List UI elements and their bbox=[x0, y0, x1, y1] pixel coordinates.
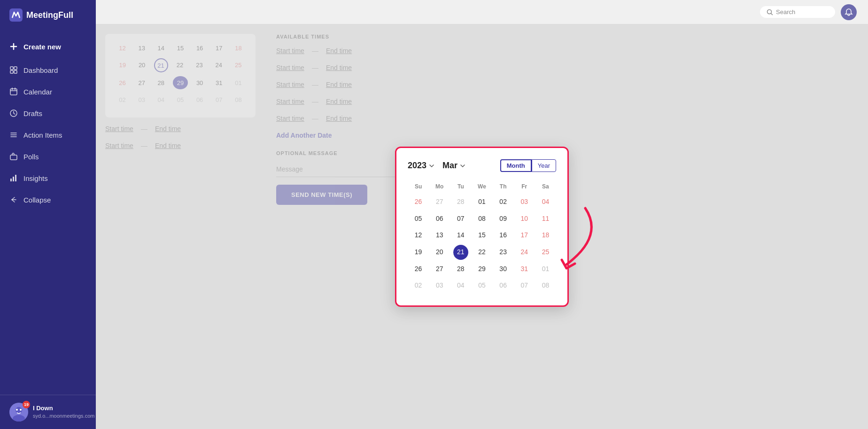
nav-menu: Create new Dashboard Calendar bbox=[0, 30, 96, 395]
svg-point-14 bbox=[16, 409, 18, 411]
cal-day[interactable]: 10 bbox=[514, 211, 535, 227]
cal-day[interactable]: 19 bbox=[408, 244, 429, 261]
cal-day[interactable]: 07 bbox=[450, 211, 471, 227]
cal-day[interactable]: 03 bbox=[514, 194, 535, 211]
cal-day[interactable]: 06 bbox=[493, 277, 514, 294]
sidebar-item-calendar[interactable]: Calendar bbox=[0, 81, 96, 102]
cal-day[interactable]: 08 bbox=[471, 211, 492, 227]
search-bar[interactable]: Search bbox=[760, 6, 835, 18]
cal-day[interactable]: 25 bbox=[535, 244, 556, 261]
cal-day[interactable]: 27 bbox=[429, 194, 450, 211]
cal-day[interactable]: 11 bbox=[535, 211, 556, 227]
cal-day[interactable]: 14 bbox=[450, 227, 471, 244]
bell-icon bbox=[845, 8, 853, 16]
weekday-labels: Su Mo Tu We Th Fr Sa bbox=[408, 181, 556, 192]
svg-rect-9 bbox=[13, 177, 14, 181]
weekday-su: Su bbox=[408, 181, 429, 192]
cal-day[interactable]: 05 bbox=[408, 211, 429, 227]
cal-day[interactable]: 28 bbox=[450, 261, 471, 278]
year-selector[interactable]: 2023 bbox=[408, 161, 435, 171]
cal-day[interactable]: 06 bbox=[429, 211, 450, 227]
cal-day[interactable]: 03 bbox=[429, 277, 450, 294]
collapse-label: Collapse bbox=[23, 196, 51, 204]
user-profile[interactable]: 19 I Down syd.o...moonmeetings.com bbox=[9, 403, 86, 421]
cal-day[interactable]: 13 bbox=[429, 227, 450, 244]
notification-bell[interactable] bbox=[841, 4, 857, 20]
chevron-down-icon-month bbox=[459, 163, 466, 169]
cal-day[interactable]: 22 bbox=[471, 244, 492, 261]
cal-day[interactable]: 17 bbox=[514, 227, 535, 244]
cal-day[interactable]: 09 bbox=[493, 211, 514, 227]
month-selector[interactable]: Mar bbox=[442, 161, 466, 171]
create-new-label: Create new bbox=[23, 43, 61, 51]
cal-day[interactable]: 01 bbox=[471, 194, 492, 211]
cal-day[interactable]: 24 bbox=[514, 244, 535, 261]
weekday-sa: Sa bbox=[535, 181, 556, 192]
weekday-tu: Tu bbox=[450, 181, 471, 192]
cal-day[interactable]: 05 bbox=[471, 277, 492, 294]
sidebar-item-create-new[interactable]: Create new bbox=[0, 34, 96, 59]
cal-day[interactable]: 28 bbox=[450, 194, 471, 211]
avatar-wrap: 19 bbox=[9, 403, 28, 421]
dashboard-label: Dashboard bbox=[23, 66, 58, 74]
svg-rect-7 bbox=[10, 155, 17, 160]
user-info: I Down syd.o...moonmeetings.com bbox=[33, 405, 94, 419]
sidebar-item-drafts[interactable]: Drafts bbox=[0, 102, 96, 124]
insights-label: Insights bbox=[23, 174, 48, 182]
svg-rect-8 bbox=[10, 179, 12, 181]
cal-day[interactable]: 26 bbox=[408, 261, 429, 278]
cal-day[interactable]: 26 bbox=[408, 194, 429, 211]
weekday-fr: Fr bbox=[514, 181, 535, 192]
year-value: 2023 bbox=[408, 161, 426, 171]
modal-cal-header: 2023 Mar Month Year bbox=[408, 159, 556, 172]
cal-day[interactable]: 27 bbox=[429, 261, 450, 278]
cal-day[interactable]: 07 bbox=[514, 277, 535, 294]
year-view-btn[interactable]: Year bbox=[532, 159, 556, 172]
modal-calendar[interactable]: 2023 Mar Month Year bbox=[395, 147, 569, 307]
app-name: MeetingFull bbox=[26, 10, 73, 20]
svg-rect-1 bbox=[10, 67, 13, 70]
briefcase-icon bbox=[9, 152, 18, 161]
weekday-mo: Mo bbox=[429, 181, 450, 192]
notification-count: 19 bbox=[23, 401, 30, 408]
sidebar-item-dashboard[interactable]: Dashboard bbox=[0, 59, 96, 81]
month-value: Mar bbox=[442, 161, 457, 171]
search-icon bbox=[767, 9, 773, 16]
cal-day[interactable]: 18 bbox=[535, 227, 556, 244]
sidebar-item-polls[interactable]: Polls bbox=[0, 146, 96, 167]
cal-day[interactable]: 20 bbox=[429, 244, 450, 261]
arrow-left-icon bbox=[9, 195, 18, 204]
cal-day[interactable]: 02 bbox=[493, 194, 514, 211]
clock-icon bbox=[9, 109, 18, 117]
cal-day[interactable]: 02 bbox=[408, 277, 429, 294]
cal-day[interactable]: 15 bbox=[471, 227, 492, 244]
cal-day[interactable]: 30 bbox=[493, 261, 514, 278]
sidebar-item-action-items[interactable]: Action Items bbox=[0, 124, 96, 146]
cal-day[interactable]: 08 bbox=[535, 277, 556, 294]
cal-day[interactable]: 01 bbox=[535, 261, 556, 278]
sidebar-footer: 19 I Down syd.o...moonmeetings.com bbox=[0, 395, 96, 429]
cal-day[interactable]: 04 bbox=[535, 194, 556, 211]
svg-rect-2 bbox=[14, 67, 17, 70]
cal-day[interactable]: 29 bbox=[471, 261, 492, 278]
app-logo[interactable]: MeetingFull bbox=[0, 0, 96, 30]
topbar: Search bbox=[96, 0, 868, 24]
cal-day[interactable]: 23 bbox=[493, 244, 514, 261]
svg-rect-3 bbox=[10, 70, 13, 73]
svg-point-15 bbox=[20, 409, 22, 411]
chevron-down-icon bbox=[428, 163, 435, 169]
sidebar-item-insights[interactable]: Insights bbox=[0, 167, 96, 189]
user-name: I Down bbox=[33, 405, 94, 413]
calendar-label: Calendar bbox=[23, 88, 52, 96]
search-placeholder: Search bbox=[776, 8, 795, 16]
svg-rect-4 bbox=[14, 70, 17, 73]
sidebar-item-collapse[interactable]: Collapse bbox=[0, 189, 96, 211]
cal-day[interactable]: 12 bbox=[408, 227, 429, 244]
cal-day[interactable]: 04 bbox=[450, 277, 471, 294]
bar-chart-icon bbox=[9, 174, 18, 182]
cal-day[interactable]: 16 bbox=[493, 227, 514, 244]
logo-icon bbox=[9, 8, 23, 22]
cal-day[interactable]: 31 bbox=[514, 261, 535, 278]
month-view-btn[interactable]: Month bbox=[500, 159, 532, 172]
cal-day-selected[interactable]: 21 bbox=[453, 245, 468, 260]
